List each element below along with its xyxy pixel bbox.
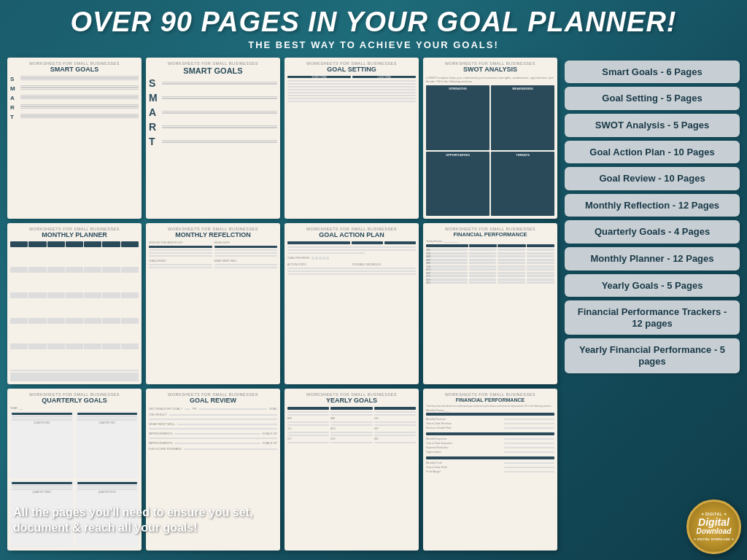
thumb-heading: SMART GOALS [149, 66, 277, 75]
thumb-subtitle: WORKSHEETS FOR SMALL BUSINESSES [287, 61, 416, 66]
thumb-content: Monthly Revenue Year-to-Date Revenue Rev… [426, 413, 554, 548]
digital-download-badge: ✦ DIGITAL ✦ Digital Download ✦ DIGITAL D… [686, 499, 741, 554]
thumb-content: APR JUL OCT MAY AUG NOV [287, 407, 416, 547]
badge-main-text: Digital [698, 517, 729, 528]
sidebar-item-8: Yearly Goals - 5 Pages [565, 274, 740, 298]
overlay-text: All the pages you'll need to ensure you … [13, 505, 290, 536]
page-monthly-reflection: WORKSHEETS FOR SMALL BUSINESSES MONTHLY … [146, 223, 280, 384]
thumb-content [287, 241, 416, 244]
sidebar-item-0: Smart Goals - 6 Pages [565, 61, 740, 84]
thumb-heading: QUARTERLY GOALS [10, 397, 139, 405]
sidebar-item-7: Monthly Planner - 12 Pages [565, 247, 740, 271]
thumb-content [287, 80, 416, 216]
page-smart-goals-1: WORKSHEETS FOR SMALL BUSINESSES SMART GO… [7, 58, 142, 219]
sidebar-item-2: SWOT Analysis - 5 Pages [565, 114, 740, 137]
thumb-heading: GOAL REVIEW [149, 397, 277, 405]
sidebar-item-4: Goal Review - 10 Pages [565, 167, 740, 190]
thumb-content: HOW DID THIS MONTH GO? CHALLENGES HIGHLI… [149, 241, 277, 381]
right-sidebar: Smart Goals - 6 Pages Goal Setting - 5 P… [565, 58, 740, 551]
page-financial-perf-2: WORKSHEETS FOR SMALL BUSINESSES FINANCIA… [423, 389, 557, 550]
thumb-heading: FINANCIAL PERFORMANCE [426, 232, 554, 238]
page-smart-goals-2: WORKSHEETS FOR SMALL BUSINESSES SMART GO… [146, 58, 280, 219]
pages-grid: WORKSHEETS FOR SMALL BUSINESSES SMART GO… [7, 58, 557, 551]
thumb-heading: GOAL SETTING [287, 66, 416, 74]
sidebar-item-3: Goal Action Plan - 10 Pages [565, 141, 740, 164]
sidebar-item-6: Quarterly Goals - 4 Pages [565, 220, 740, 244]
page-monthly-planner: WORKSHEETS FOR SMALL BUSINESSES MONTHLY … [7, 223, 142, 384]
thumb-subtitle: WORKSHEETS FOR SMALL BUSINESSES [149, 61, 277, 66]
sidebar-item-5: Monthly Reflection - 12 Pages [565, 194, 740, 217]
thumb-heading: MONTHLY PLANNER [10, 232, 139, 239]
subtitle: THE BEST WAY TO ACHIEVE YOUR GOALS! [7, 39, 740, 50]
thumb-content: JAN FEB MAR APR MAY JUN AUG SEP OCT NOV … [426, 249, 554, 381]
page-header: OVER 90 PAGES IN YOUR GOAL PLANNER! THE … [0, 0, 747, 53]
sidebar-item-1: Goal Setting - 5 Pages [565, 87, 740, 110]
thumb-content: S M A R T [149, 77, 277, 216]
sidebar-item-9: Financial Performance Trackers - 12 page… [565, 300, 740, 335]
page-financial-perf-1: WORKSHEETS FOR SMALL BUSINESSES FINANCIA… [423, 223, 557, 384]
thumb-heading: SWOT ANALYSIS [426, 66, 554, 74]
thumb-heading: GOAL ACTION PLAN [287, 232, 416, 239]
thumb-content: S M A R T [10, 76, 139, 216]
sidebar-item-10: Yearly Financial Performance - 5 pages [565, 338, 740, 373]
thumb-subtitle: WORKSHEETS FOR SMALL BUSINESSES [426, 61, 554, 66]
thumb-heading: MONTHLY REFELCTION [149, 232, 277, 239]
page-goal-action-plan: WORKSHEETS FOR SMALL BUSINESSES GOAL ACT… [285, 223, 419, 384]
swot-grid: STRENGTHS WEAKNESSES OPPORTUNITIES THREA… [426, 85, 554, 216]
page-yearly-goals: WORKSHEETS FOR SMALL BUSINESSES YEARLY G… [285, 389, 419, 550]
thumb-heading: FINANCIAL PERFORMANCE [426, 397, 554, 403]
main-title: OVER 90 PAGES IN YOUR GOAL PLANNER! [7, 7, 740, 38]
page-goal-setting: WORKSHEETS FOR SMALL BUSINESSES GOAL SET… [285, 58, 419, 219]
thumb-subtitle: WORKSHEETS FOR SMALL BUSINESSES [426, 392, 554, 397]
thumb-heading: SMART GOALS [10, 66, 139, 74]
thumb-content [10, 241, 139, 368]
page-swot-analysis: WORKSHEETS FOR SMALL BUSINESSES SWOT ANA… [423, 58, 557, 219]
main-content: WORKSHEETS FOR SMALL BUSINESSES SMART GO… [0, 53, 747, 555]
thumb-subtitle: WORKSHEETS FOR SMALL BUSINESSES [10, 61, 139, 66]
thumb-heading: YEARLY GOALS [287, 397, 416, 405]
